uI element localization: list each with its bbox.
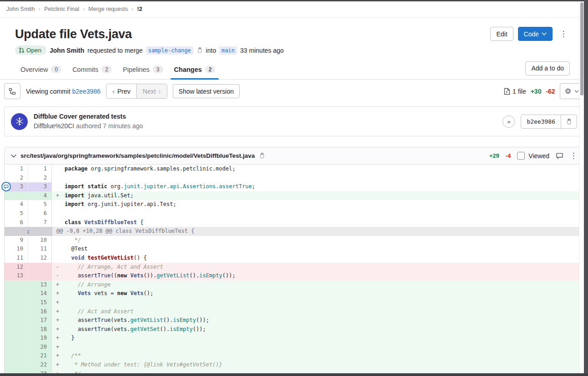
new-line-number[interactable]: 14 [28, 289, 52, 298]
diff-sign [52, 174, 64, 183]
new-line-number[interactable]: 21 [28, 351, 52, 361]
old-line-number[interactable] [5, 281, 28, 290]
new-line-number[interactable]: 22 [28, 361, 52, 370]
new-line-number[interactable]: 10 [28, 236, 52, 245]
old-line-number[interactable]: 12 [5, 263, 28, 272]
scrollbar-track[interactable] [579, 1, 584, 373]
diff-row: 13+ // Arrange [5, 281, 583, 290]
code-line: */ [64, 236, 583, 245]
new-line-number[interactable]: 4 [28, 191, 52, 201]
file-path[interactable]: src/test/java/org/springframework/sample… [20, 152, 255, 159]
old-line-number[interactable] [5, 289, 28, 298]
avatar[interactable] [11, 113, 28, 130]
new-line-number[interactable] [28, 271, 52, 281]
tab-overview[interactable]: Overview 0 [15, 61, 67, 79]
old-line-number[interactable] [5, 361, 28, 370]
diff-row: 1112 void testGetVetList() { [5, 254, 583, 263]
source-branch-chip[interactable]: sample-change [146, 46, 193, 55]
diff-sign [52, 254, 64, 263]
code-dropdown-button[interactable]: Code [518, 27, 553, 41]
new-line-number[interactable]: 19 [28, 334, 52, 343]
breadcrumb-item-user[interactable]: John Smith [6, 6, 35, 12]
chevron-down-icon [574, 90, 579, 93]
prev-commit-button[interactable]: ‹ Prev [106, 84, 136, 98]
old-line-number[interactable] [5, 307, 28, 316]
diff-row: 22 [5, 174, 583, 183]
collapse-chevron-icon[interactable] [11, 154, 16, 158]
new-line-number[interactable]: 18 [28, 325, 52, 334]
new-line-number[interactable]: 12 [28, 254, 52, 263]
code-line [64, 343, 583, 352]
new-line-number[interactable]: 6 [28, 209, 52, 218]
new-line-number[interactable]: 2 [28, 174, 52, 183]
old-line-number[interactable] [5, 298, 28, 307]
chevron-right-icon: › [159, 87, 161, 95]
old-line-number[interactable]: 6 [5, 218, 28, 227]
commit-title[interactable]: Diffblue Cover generated tests [34, 112, 143, 121]
show-latest-version-button[interactable]: Show latest version [173, 84, 240, 98]
file-tree-toggle-button[interactable] [4, 83, 20, 99]
new-line-number[interactable]: 16 [28, 307, 52, 316]
hunk-header-text: @@ -9,8 +10,28 @@ class VetsDiffblueTest… [52, 227, 583, 236]
code-line: } [64, 334, 583, 343]
old-line-number[interactable]: 1 [5, 165, 28, 174]
code-line: Vets vets = new Vets(); [64, 289, 583, 298]
new-line-number[interactable]: 5 [28, 200, 52, 209]
target-branch-chip[interactable]: main [219, 46, 237, 55]
old-line-number[interactable] [5, 334, 28, 343]
old-line-number[interactable]: 13 [5, 271, 28, 281]
breadcrumb-item-project[interactable]: Petclinic Final [44, 6, 79, 12]
code-line [64, 209, 583, 218]
copy-path-icon[interactable] [259, 152, 265, 159]
diff-row: 11package org.springframework.samples.pe… [5, 165, 583, 174]
commit-author[interactable]: Diffblue%20CI [34, 122, 74, 130]
new-line-number[interactable]: 13 [28, 281, 52, 290]
viewing-commit-sha-link[interactable]: b2ee3986 [72, 88, 101, 95]
old-line-number[interactable]: 2 [5, 174, 28, 183]
old-line-number[interactable] [5, 316, 28, 325]
code-line: * Method under test: {@link Vets#getVetS… [64, 361, 583, 370]
code-line: // Arrange, Act and Assert [64, 263, 583, 272]
old-line-number[interactable]: 11 [5, 254, 28, 263]
scrollbar-thumb[interactable] [580, 2, 583, 95]
new-line-number[interactable]: 1 [28, 165, 52, 174]
new-line-number[interactable]: 3 [28, 182, 52, 191]
copy-sha-button[interactable] [561, 115, 577, 128]
expand-commit-details-button[interactable]: » [503, 115, 515, 128]
old-line-number[interactable]: 4 [5, 200, 28, 209]
old-line-number[interactable] [5, 343, 28, 352]
new-line-number[interactable] [28, 263, 52, 272]
add-todo-button[interactable]: Add a to do [525, 61, 570, 75]
new-line-number[interactable]: 7 [28, 218, 52, 227]
diff-sign: + [52, 298, 64, 307]
old-line-number[interactable]: 10 [5, 245, 28, 254]
old-line-number[interactable] [5, 191, 28, 201]
edit-button[interactable]: Edit [490, 27, 513, 41]
new-line-number[interactable]: 11 [28, 245, 52, 254]
old-line-number[interactable]: 5 [5, 209, 28, 218]
new-line-number[interactable]: 15 [28, 298, 52, 307]
tab-changes[interactable]: Changes 2 [169, 61, 221, 79]
breadcrumb: John Smith › Petclinic Final › Merge req… [0, 0, 588, 18]
mr-author[interactable]: John Smith [50, 47, 84, 54]
file-options-kebab-icon[interactable]: ⋮ [570, 151, 577, 160]
diff-sign: - [52, 271, 64, 281]
gear-icon: ⚙ [565, 88, 571, 95]
tab-label: Commits [72, 66, 98, 73]
files-count-label: 1 file [513, 88, 526, 95]
kebab-menu-icon[interactable]: ⋮ [557, 27, 570, 41]
tab-commits[interactable]: Commits 2 [67, 61, 117, 79]
new-line-number[interactable]: 20 [28, 343, 52, 352]
breadcrumb-item-merge-requests[interactable]: Merge requests [88, 6, 128, 12]
old-line-number[interactable] [5, 325, 28, 334]
tab-pipelines[interactable]: Pipelines 3 [117, 61, 169, 79]
viewed-toggle[interactable]: Viewed [517, 152, 549, 160]
expand-lines-button[interactable]: ↕ [5, 227, 52, 236]
comment-icon[interactable] [556, 152, 563, 160]
old-line-number[interactable]: 9 [5, 236, 28, 245]
old-line-number[interactable] [5, 351, 28, 361]
copy-branch-icon[interactable] [196, 47, 203, 54]
viewed-checkbox[interactable] [517, 152, 525, 160]
next-commit-button[interactable]: Next › [136, 84, 167, 98]
new-line-number[interactable]: 17 [28, 316, 52, 325]
